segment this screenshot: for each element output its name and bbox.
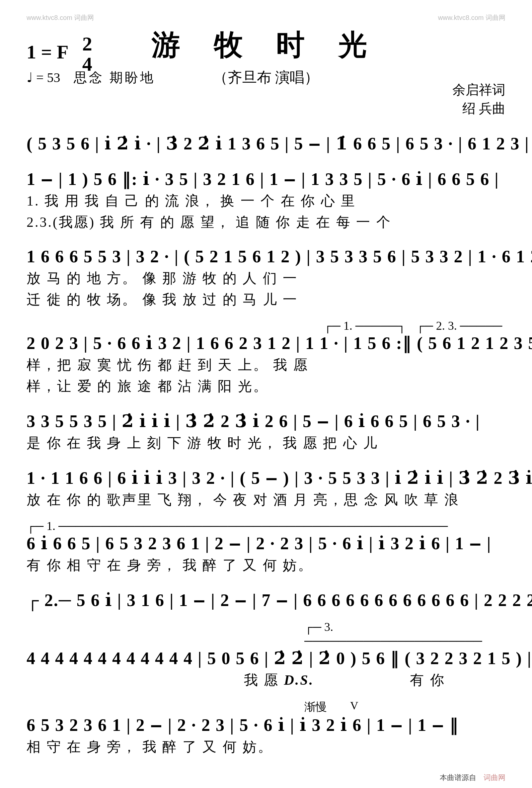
credits-block: 余启祥词 绍 兵曲 xyxy=(452,81,506,118)
lyric-line-4b: 样，让 爱 的 旅 途 都 沾 满 阳 光。 xyxy=(26,377,506,395)
volta-2-3: ┌─ 2. 3. ───── xyxy=(416,319,503,333)
music-line-1: ( 5 3 5 6 | i̇ 2̇ i̇ · | 3̇ 2 2̇ i̇ 1 3 … xyxy=(26,133,506,153)
breath-mark: V xyxy=(350,700,359,715)
lyricist-credit: 余启祥词 xyxy=(452,81,506,99)
music-line-6: 1 · 1 1 6 6 | 6 i̇ i̇ i̇ 3 | 3 2 · | ( 5… xyxy=(26,468,506,488)
jianman-row: 渐慢 V xyxy=(26,700,506,715)
key-label: 1 = F xyxy=(26,41,68,63)
lyric-line-5: 是 你 在 我 身 上 刻 下 游 牧 时 光， 我 愿 把 心 儿 xyxy=(26,434,506,452)
page-footer: 本曲谱源自 词曲网 xyxy=(26,773,506,783)
volta-1: ┌─ 1. ─────┐ xyxy=(324,319,406,333)
watermark-left: www.ktvc8.com 词曲网 xyxy=(26,13,94,22)
music-line-3: 1 6 6 6 5 5 3 | 3 2 · | ( 5 2 1 5 6 1 2 … xyxy=(26,247,506,266)
watermark-right: www.ktvc8.com 词曲网 xyxy=(438,13,506,22)
time-sig-numerator: 2 xyxy=(82,33,92,55)
watermark-row: www.ktvc8.com 词曲网 www.ktvc8.com 词曲网 xyxy=(26,13,506,22)
music-line-2: 1 ‒ | 1 ) 5 6 ‖: i̇ · 3 5 | 3 2 1 6 | 1 … xyxy=(26,169,506,189)
lyric-line-2a: 1. 我 用 我 自 己 的 流 浪， 换 一 个 在 你 心 里 xyxy=(26,192,506,210)
music-line-8: ┌ 2.─ 5 6 i̇ | 3 1 6 | 1 ‒ | 2 ‒ | 7 ‒ |… xyxy=(26,590,506,610)
lyric-line-3b: 迁 徙 的 牧 场。 像 我 放 过 的 马 儿 一 xyxy=(26,290,506,309)
lyric-line-4a: 样，把 寂 寞 忧 伤 都 赶 到 天 上。 我 愿 xyxy=(26,356,506,374)
lyric-line-9: 我 愿 D.S. 有 你 xyxy=(26,671,506,689)
score-body: ( 5 3 5 6 | i̇ 2̇ i̇ · | 3̇ 2 2̇ i̇ 1 3 … xyxy=(26,133,506,756)
volta-overline: ┌─ 1. ──────────────────────────────────… xyxy=(26,519,506,533)
key-signature: 1 = F 2 4 xyxy=(26,41,155,65)
footer-left-text: 本曲谱源自 xyxy=(440,773,476,782)
music-line-9: 4 4 4 4 4 4 4 4 4 4 4 4 | 5 0 5 6 | 2̇ 2… xyxy=(26,648,506,668)
lyric-line-2b: 2.3.(我愿) 我 所 有 的 愿 望， 追 随 你 走 在 每 一 个 xyxy=(26,213,506,232)
music-line-10: 6 5 3 2 3 6 1 | 2 ‒ | 2 · 2 3 | 5 · 6 i̇… xyxy=(26,715,506,735)
music-line-5: 3 3 5 5 3 5 | 2̇ i̇ i̇ i̇ | 3̇ 2̇ 2 3̇ i… xyxy=(26,411,506,431)
lyric-line-10: 相 守 在 身 旁， 我 醉 了 又 何 妨。 xyxy=(26,737,506,756)
volta-row-1: ┌─ 1. ─────┐ ┌─ 2. 3. ───── xyxy=(26,319,506,333)
lyric-line-6: 放 在 你 的 歌声里 飞 翔， 今 夜 对 酒 月 亮，思 念 风 吹 草 浪 xyxy=(26,491,506,509)
composer-credit: 绍 兵曲 xyxy=(452,99,506,118)
footer-right-text: 词曲网 xyxy=(484,773,506,782)
lyric-9-text: 我 愿 xyxy=(244,672,280,688)
lyric-line-7: 有 你 相 守 在 身 旁， 我 醉 了 又 何 妨。 xyxy=(26,556,506,574)
volta-row-3: ┌─ 3. ───────────────────── xyxy=(26,620,506,648)
lyric-9-text-2: 有 你 xyxy=(410,672,445,688)
music-line-4: 2 0 2 3 | 5 · 6 6 i̇ 3 2 | 1 6 6 2 3 1 2… xyxy=(26,333,506,353)
time-sig-denominator: 4 xyxy=(82,53,92,75)
key-tempo-block: 1 = F 2 4 ♩ = 53 思念 期盼地 xyxy=(26,41,155,87)
sheet-music-page: www.ktvc8.com 词曲网 www.ktvc8.com 词曲网 游 牧 … xyxy=(0,0,532,788)
jianman-marking: 渐慢 xyxy=(304,700,327,715)
music-line-7: 6 i̇ 6 6 5 | 6 5 3 2 3 6 1 | 2 ‒ | 2 · 2… xyxy=(26,533,506,553)
ds-marking: D.S. xyxy=(284,672,314,688)
tempo-marking: ♩ = 53 xyxy=(26,70,60,85)
volta-3: ┌─ 3. ───────────────────── xyxy=(304,620,506,648)
lyric-line-3a: 放 马 的 地 方。 像 那 游 牧 的 人 们 一 xyxy=(26,269,506,288)
